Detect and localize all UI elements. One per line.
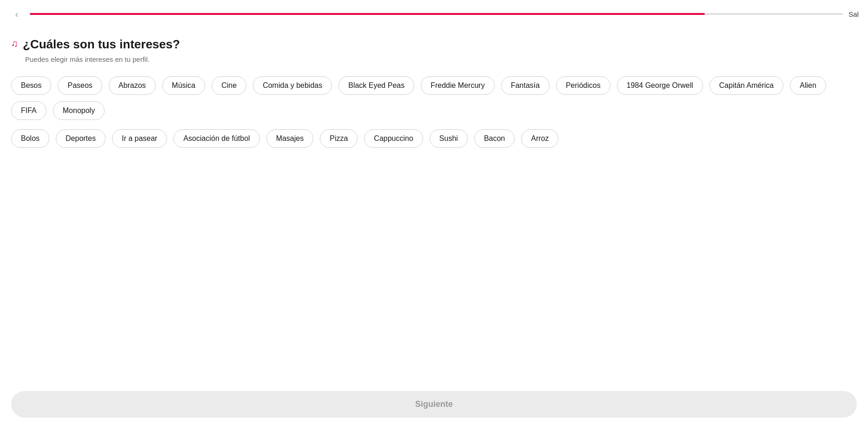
tag-item[interactable]: Besos: [11, 76, 51, 95]
tag-item[interactable]: Sushi: [430, 129, 468, 148]
tag-item[interactable]: Pizza: [320, 129, 358, 148]
tag-item[interactable]: Fantasía: [501, 76, 550, 95]
tag-item[interactable]: Black Eyed Peas: [338, 76, 414, 95]
page-title: ¿Cuáles son tus intereses?: [23, 37, 180, 52]
tag-item[interactable]: Cine: [212, 76, 246, 95]
page-header: ♫ ¿Cuáles son tus intereses?: [11, 37, 857, 52]
back-button[interactable]: ‹: [9, 7, 24, 21]
tag-item[interactable]: Música: [162, 76, 205, 95]
tags-row-1: BesosPaseosAbrazosMúsicaCineComida y beb…: [11, 76, 857, 120]
tag-item[interactable]: Arroz: [521, 129, 558, 148]
music-icon: ♫: [11, 38, 18, 49]
tag-item[interactable]: Asociación de fútbol: [173, 129, 259, 148]
tag-item[interactable]: Monopoly: [53, 101, 105, 120]
skip-button[interactable]: Sal: [848, 10, 859, 18]
main-content: ♫ ¿Cuáles son tus intereses? Puedes eleg…: [0, 28, 868, 204]
tag-item[interactable]: Deportes: [56, 129, 106, 148]
tag-item[interactable]: Alien: [790, 76, 826, 95]
tag-item[interactable]: FIFA: [11, 101, 46, 120]
progress-bar-fill: [30, 13, 705, 15]
tag-item[interactable]: Periódicos: [556, 76, 610, 95]
siguiente-button[interactable]: Siguiente: [11, 391, 857, 418]
tag-item[interactable]: Bolos: [11, 129, 49, 148]
tag-item[interactable]: Comida y bebidas: [253, 76, 332, 95]
page-subtitle: Puedes elegir más intereses en tu perfil…: [25, 55, 857, 63]
tag-item[interactable]: Bacon: [474, 129, 515, 148]
tag-item[interactable]: Masajes: [266, 129, 314, 148]
tag-item[interactable]: Abrazos: [109, 76, 156, 95]
tag-item[interactable]: Capitán América: [709, 76, 783, 95]
tag-item[interactable]: Ir a pasear: [112, 129, 167, 148]
tag-item[interactable]: 1984 George Orwell: [617, 76, 703, 95]
tags-row-2: BolosDeportesIr a pasearAsociación de fú…: [11, 129, 857, 148]
bottom-bar: Siguiente: [0, 384, 868, 425]
tag-item[interactable]: Paseos: [58, 76, 102, 95]
tag-item[interactable]: Freddie Mercury: [421, 76, 494, 95]
tag-item[interactable]: Cappuccino: [364, 129, 423, 148]
top-bar: ‹ Sal: [0, 0, 868, 28]
progress-bar-container: [30, 13, 843, 15]
